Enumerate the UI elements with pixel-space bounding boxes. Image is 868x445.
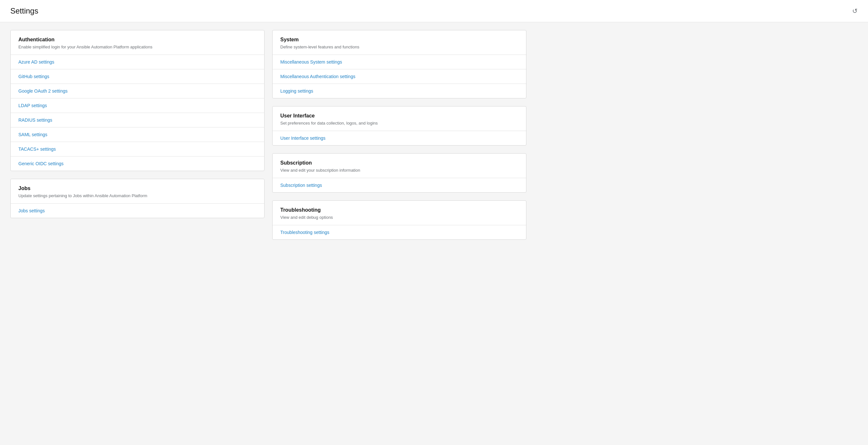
page-title: Settings <box>10 6 38 16</box>
user-interface-card-header: User Interface Set preferences for data … <box>273 107 526 131</box>
github-link[interactable]: GitHub settings <box>11 69 264 84</box>
jobs-card-title: Jobs <box>19 185 256 191</box>
logging-link[interactable]: Logging settings <box>273 84 526 98</box>
subscription-settings-link[interactable]: Subscription settings <box>273 178 526 192</box>
user-interface-card-description: Set preferences for data collection, log… <box>280 121 518 125</box>
history-icon[interactable]: ↺ <box>852 7 858 15</box>
authentication-card-title: Authentication <box>19 37 256 42</box>
misc-system-link[interactable]: Miscellaneous System settings <box>273 55 526 69</box>
user-interface-card-links: User Interface settings <box>273 131 526 145</box>
jobs-settings-link[interactable]: Jobs settings <box>11 204 264 218</box>
authentication-card-description: Enable simplified login for your Ansible… <box>19 44 256 49</box>
subscription-card-title: Subscription <box>280 160 518 166</box>
saml-link[interactable]: SAML settings <box>11 127 264 142</box>
page-content: Authentication Enable simplified login f… <box>0 22 868 445</box>
system-card-links: Miscellaneous System settings Miscellane… <box>273 55 526 98</box>
troubleshooting-card-header: Troubleshooting View and edit debug opti… <box>273 201 526 225</box>
ui-settings-link[interactable]: User Interface settings <box>273 131 526 145</box>
right-column: System Define system-level features and … <box>272 30 526 240</box>
authentication-card-header: Authentication Enable simplified login f… <box>11 30 264 55</box>
user-interface-card-title: User Interface <box>280 113 518 119</box>
authentication-card: Authentication Enable simplified login f… <box>10 30 265 171</box>
left-column: Authentication Enable simplified login f… <box>10 30 265 240</box>
subscription-card-description: View and edit your subscription informat… <box>280 168 518 173</box>
subscription-card: Subscription View and edit your subscrip… <box>272 153 526 192</box>
subscription-card-header: Subscription View and edit your subscrip… <box>273 154 526 178</box>
generic-oidc-link[interactable]: Generic OIDC settings <box>11 156 264 171</box>
system-card: System Define system-level features and … <box>272 30 526 98</box>
jobs-card-header: Jobs Update settings pertaining to Jobs … <box>11 179 264 204</box>
radius-link[interactable]: RADIUS settings <box>11 113 264 127</box>
subscription-card-links: Subscription settings <box>273 178 526 192</box>
user-interface-card: User Interface Set preferences for data … <box>272 106 526 146</box>
google-oauth2-link[interactable]: Google OAuth 2 settings <box>11 84 264 98</box>
system-card-title: System <box>280 37 518 42</box>
system-card-description: Define system-level features and functio… <box>280 44 518 49</box>
authentication-card-links: Azure AD settings GitHub settings Google… <box>11 55 264 171</box>
jobs-card-description: Update settings pertaining to Jobs withi… <box>19 193 256 198</box>
cards-grid: Authentication Enable simplified login f… <box>10 30 526 240</box>
page-header: Settings ↺ <box>0 0 868 22</box>
page-wrapper: Settings ↺ Authentication Enable simplif… <box>0 0 868 445</box>
system-card-header: System Define system-level features and … <box>273 30 526 55</box>
azure-ad-link[interactable]: Azure AD settings <box>11 55 264 69</box>
ldap-link[interactable]: LDAP settings <box>11 98 264 113</box>
jobs-card: Jobs Update settings pertaining to Jobs … <box>10 179 265 218</box>
troubleshooting-card-description: View and edit debug options <box>280 215 518 220</box>
misc-auth-link[interactable]: Miscellaneous Authentication settings <box>273 69 526 84</box>
jobs-card-links: Jobs settings <box>11 204 264 218</box>
troubleshooting-card-title: Troubleshooting <box>280 207 518 213</box>
troubleshooting-card: Troubleshooting View and edit debug opti… <box>272 200 526 240</box>
troubleshooting-card-links: Troubleshooting settings <box>273 225 526 239</box>
tacacs-link[interactable]: TACACS+ settings <box>11 142 264 156</box>
troubleshooting-settings-link[interactable]: Troubleshooting settings <box>273 225 526 239</box>
